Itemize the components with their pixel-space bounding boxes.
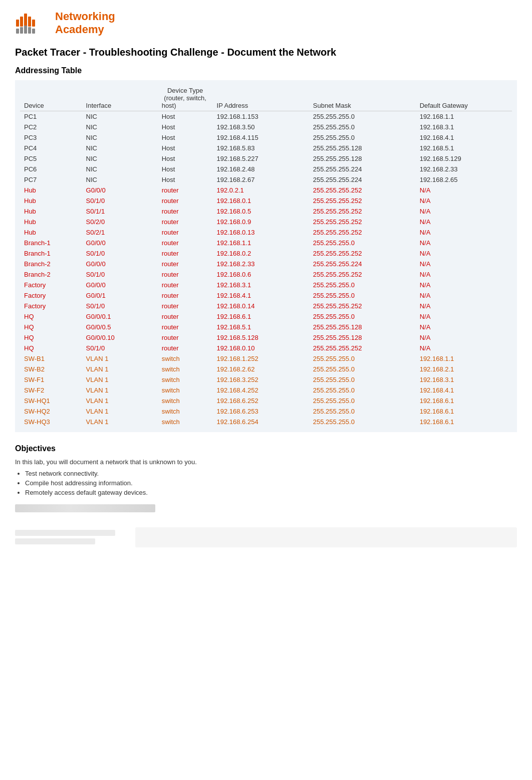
table-row: HQG0/0/0.5router192.168.5.1255.255.255.1…	[20, 322, 512, 332]
svg-rect-1	[20, 17, 23, 27]
logo-text: Networking Academy	[55, 10, 115, 37]
objective-item: Compile host addressing information.	[25, 479, 517, 487]
objectives-list: Test network connectivity.Compile host a…	[25, 470, 517, 496]
table-row: HubS0/1/0router192.168.0.1255.255.255.25…	[20, 196, 512, 206]
table-row: SW-F2VLAN 1switch192.168.4.252255.255.25…	[20, 385, 512, 396]
bottom-blurred-area	[15, 527, 517, 547]
table-row: PC1NICHost192.168.1.153255.255.255.0192.…	[20, 111, 512, 122]
svg-rect-2	[24, 14, 27, 27]
col-header-mask	[309, 85, 416, 102]
logo-line2: Academy	[55, 23, 115, 36]
table-row: HQS0/1/0router192.168.0.10255.255.255.25…	[20, 343, 512, 353]
table-row: HubG0/0/0router192.0.2.1255.255.255.252N…	[20, 185, 512, 196]
logo-area: Networking Academy	[15, 10, 517, 37]
table-row: HubS0/2/0router192.168.0.9255.255.255.25…	[20, 217, 512, 227]
table-row: PC3NICHost192.168.4.115255.255.255.0192.…	[20, 132, 512, 143]
page-title: Packet Tracer - Troubleshooting Challeng…	[15, 47, 517, 58]
addressing-table-wrapper: Device Type (router, switch, Device Inte…	[15, 80, 517, 432]
table-row: SW-B2VLAN 1switch192.168.2.62255.255.255…	[20, 364, 512, 374]
svg-rect-0	[16, 20, 19, 27]
col-header-gw	[416, 85, 512, 102]
col-header-interface-label: Interface	[82, 102, 158, 111]
addressing-table: Device Type (router, switch, Device Inte…	[20, 85, 512, 427]
table-row: FactoryG0/0/1router192.168.4.1255.255.25…	[20, 290, 512, 301]
cisco-logo-icon	[15, 11, 50, 36]
addressing-table-title: Addressing Table	[15, 66, 517, 75]
table-row: Branch-2S0/1/0router192.168.0.6255.255.2…	[20, 269, 512, 280]
col-header-device	[20, 85, 82, 102]
table-row: FactoryS0/1/0router192.168.0.14255.255.2…	[20, 301, 512, 311]
col-header-type-sub: host)	[158, 102, 213, 111]
table-row: Branch-2G0/0/0router192.168.2.33255.255.…	[20, 259, 512, 269]
table-row: PC4NICHost192.168.5.83255.255.255.128192…	[20, 143, 512, 153]
objectives-title: Objectives	[15, 444, 517, 453]
table-row: Branch-1S0/1/0router192.168.0.2255.255.2…	[20, 248, 512, 259]
table-row: HQG0/0/0.10router192.168.5.128255.255.25…	[20, 332, 512, 343]
col-header-device-label: Device	[20, 102, 82, 111]
table-row: PC2NICHost192.168.3.50255.255.255.0192.1…	[20, 122, 512, 132]
table-row: SW-F1VLAN 1switch192.168.3.252255.255.25…	[20, 374, 512, 385]
col-header-gw-label: Default Gateway	[416, 102, 512, 111]
table-row: SW-B1VLAN 1switch192.168.1.252255.255.25…	[20, 353, 512, 364]
objectives-section: Objectives In this lab, you will documen…	[15, 444, 517, 496]
col-header-mask-label: Subnet Mask	[309, 102, 416, 111]
table-row: Branch-1G0/0/0router192.168.1.1255.255.2…	[20, 238, 512, 248]
table-row: SW-HQ3VLAN 1switch192.168.6.254255.255.2…	[20, 417, 512, 427]
objective-item: Test network connectivity.	[25, 470, 517, 477]
col-header-ip-label: IP Address	[213, 102, 309, 111]
table-row: FactoryG0/0/0router192.168.3.1255.255.25…	[20, 280, 512, 290]
col-header-type-label: Device Type (router, switch,	[158, 85, 213, 102]
svg-rect-7	[24, 26, 27, 34]
table-row: PC6NICHost192.168.2.48255.255.255.224192…	[20, 164, 512, 174]
objective-item: Remotely access default gateway devices.	[25, 489, 517, 496]
table-row: HubS0/1/1router192.168.0.5255.255.255.25…	[20, 206, 512, 217]
blurred-right	[135, 527, 517, 547]
table-row: SW-HQ1VLAN 1switch192.168.6.252255.255.2…	[20, 396, 512, 406]
svg-rect-3	[28, 17, 31, 27]
blurred-left	[15, 527, 125, 547]
blurred-bar-1	[15, 504, 155, 512]
svg-rect-4	[32, 20, 35, 27]
objectives-intro: In this lab, you will document a network…	[15, 458, 517, 466]
svg-rect-5	[16, 29, 19, 34]
table-row: SW-HQ2VLAN 1switch192.168.6.253255.255.2…	[20, 406, 512, 417]
table-row: HQG0/0/0.1router192.168.6.1255.255.255.0…	[20, 311, 512, 322]
col-header-ip	[213, 85, 309, 102]
col-header-interface	[82, 85, 158, 102]
svg-rect-6	[20, 27, 23, 34]
table-row: PC7NICHost192.168.2.67255.255.255.224192…	[20, 174, 512, 185]
table-row: PC5NICHost192.168.5.227255.255.255.12819…	[20, 153, 512, 164]
svg-rect-9	[32, 29, 35, 34]
logo-line1: Networking	[55, 10, 115, 23]
svg-rect-8	[28, 27, 31, 34]
table-row: HubS0/2/1router192.168.0.13255.255.255.2…	[20, 227, 512, 238]
